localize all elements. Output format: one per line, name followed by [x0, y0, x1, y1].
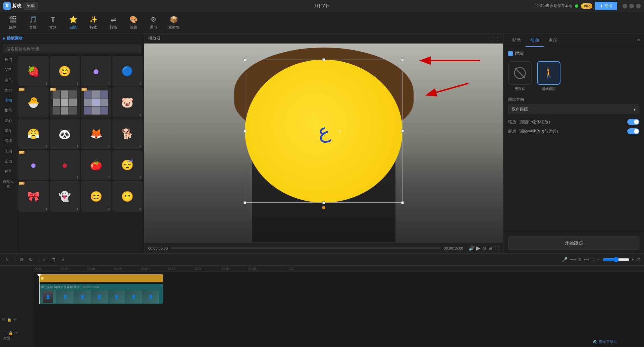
toolbar-assets[interactable]: 📦 素材包 [164, 14, 184, 31]
sticker-item-5[interactable]: VIP 🐣 [18, 87, 49, 118]
sticker-item-2[interactable]: 😊 ⬇ [50, 56, 80, 86]
sticker-download-9[interactable]: ⬇ [45, 145, 48, 148]
video-track-eye[interactable]: 👁 [14, 331, 18, 335]
handle-top-left[interactable] [244, 58, 246, 61]
sticker-item-19[interactable]: 😊 ⬇ [81, 181, 111, 212]
cat-nature[interactable]: 自然元素 [0, 177, 16, 192]
play-button[interactable]: ▶ [476, 245, 480, 251]
zoom-slider[interactable] [603, 257, 630, 262]
tl-tool-2[interactable]: ⊞ [578, 257, 582, 262]
mic-icon[interactable]: 🎤 [562, 257, 568, 262]
fullscreen-icon[interactable]: ⛶ [494, 246, 499, 251]
crop-tool[interactable]: ⊡ [50, 256, 57, 263]
track-option-motion[interactable]: 🚶 运动跟踪 [537, 61, 560, 91]
close-button[interactable]: ✕ [636, 4, 641, 8]
tl-tool-4[interactable]: ⊏ [591, 257, 595, 262]
cat-seed[interactable]: 种草 [0, 166, 16, 176]
cat-love[interactable]: 爱心 [0, 116, 16, 126]
sticker-item-7[interactable]: VIP [81, 87, 111, 118]
aspect-icon[interactable]: ⊞ [488, 246, 492, 251]
video-track-bar[interactable]: 商业金融 国际化 互联网 商务 00:00:15:00 👤 [39, 284, 163, 304]
handle-bottom-middle[interactable] [322, 201, 325, 204]
toolbar-audio[interactable]: 🎵 音频 [23, 14, 43, 31]
progress-bar[interactable] [171, 248, 440, 249]
video-track-lock[interactable]: 🔒 [8, 331, 13, 335]
sticker-item-15[interactable]: 🍅 ⬇ [81, 150, 111, 181]
refresh-icon[interactable]: ↺ [637, 38, 640, 43]
sticker-item-10[interactable]: 🐼 ⬇ [50, 119, 80, 149]
toolbar-adjustment[interactable]: ⚙ 调节 [144, 14, 164, 31]
handle-bottom-right[interactable] [401, 201, 404, 204]
sticker-item-14[interactable]: ● ⬇ [50, 150, 80, 181]
toolbar-effects[interactable]: ✨ 特效 [83, 14, 103, 31]
toolbar-transition[interactable]: ⇌ 转场 [103, 14, 123, 31]
redo-button[interactable]: ↻ [27, 256, 35, 263]
sticker-item-13[interactable]: VIP ● [18, 150, 49, 181]
distance-toggle[interactable] [627, 128, 639, 134]
handle-right-middle[interactable] [401, 130, 404, 132]
sticker-item-11[interactable]: 🦊 ⬇ [81, 119, 111, 149]
sticker-item-18[interactable]: 👻 ⬇ [50, 181, 80, 212]
sticker-item-12[interactable]: 🐕 ⬇ [112, 119, 143, 149]
sticker-download-1[interactable]: ⬇ [45, 82, 48, 85]
sticker-download-3[interactable]: ⬇ [108, 82, 110, 85]
volume-icon[interactable]: 🔊 [469, 246, 474, 251]
sticker-download-2[interactable]: ⬇ [76, 82, 79, 85]
sticker-download-17[interactable]: ⬇ [45, 207, 48, 211]
cat-hot[interactable]: 热门 [0, 55, 16, 65]
no-track-box[interactable] [508, 61, 532, 85]
sticker-download-15[interactable]: ⬇ [108, 176, 110, 179]
sticker-item-4[interactable]: 🔵 ⬇ [112, 56, 143, 86]
cat-emotion[interactable]: 情绪 [0, 136, 16, 146]
toolbar-sticker[interactable]: ⭐ 贴纸 [63, 14, 83, 31]
sticker-download-4[interactable]: ⬇ [139, 82, 142, 85]
mirror-tool[interactable]: ⊿ [59, 256, 66, 263]
track-option-none[interactable]: 无跟踪 [508, 61, 532, 91]
undo-button[interactable]: ↺ [18, 256, 25, 263]
cat-interact[interactable]: 互动 [0, 156, 16, 166]
direction-select[interactable]: 双向跟踪 ▾ [508, 105, 639, 114]
sticker-download-8[interactable]: ⬇ [139, 113, 142, 117]
zoom-in-icon[interactable]: + [632, 257, 634, 262]
playhead[interactable] [39, 274, 40, 304]
toolbar-text[interactable]: T 文本 [43, 14, 63, 31]
maximize-button[interactable]: □ [629, 4, 634, 8]
sticker-track-bar[interactable] [39, 274, 163, 282]
tab-animation[interactable]: 动画 [526, 33, 544, 47]
sticker-download-18[interactable]: ⬇ [76, 207, 79, 211]
cat-winter[interactable]: 寒冬 [0, 126, 16, 136]
split-tool[interactable]: ⌽ [42, 256, 48, 263]
tl-tool-3[interactable]: ⟺ [584, 257, 589, 262]
scale-toggle[interactable] [627, 119, 639, 125]
player-menu-button[interactable]: ⋮⋮ [491, 36, 499, 41]
sticker-item-3[interactable]: ● ⬇ [81, 56, 111, 86]
sticker-download-11[interactable]: ⬇ [108, 145, 110, 148]
sticker-item-9[interactable]: 😤 ⬇ [18, 119, 49, 149]
sticker-download-12[interactable]: ⬇ [139, 145, 142, 148]
zoom-out-icon[interactable]: — [597, 257, 601, 262]
sticker-download-10[interactable]: ⬇ [76, 145, 79, 148]
sticker-item-20[interactable]: 😶 ⬇ [112, 181, 143, 212]
start-tracking-button[interactable]: 开始跟踪 [508, 236, 639, 250]
motion-track-box[interactable]: 🚶 [537, 61, 560, 85]
handle-left-middle[interactable] [244, 130, 246, 132]
tab-tracking[interactable]: 跟踪 [544, 33, 562, 47]
toolbar-media[interactable]: 🎬 媒体 [3, 14, 23, 31]
lock-track-icon[interactable]: 🔒 [7, 318, 12, 322]
sticker-item-1[interactable]: 🍓 ⬇ [18, 56, 49, 86]
cat-vip[interactable]: VIP [0, 65, 16, 75]
tl-tool-1[interactable]: ⊢⊣ [570, 257, 576, 262]
sticker-item-16[interactable]: 😴 ⬇ [112, 150, 143, 181]
eye-track-icon[interactable]: 👁 [13, 318, 17, 322]
handle-eye[interactable] [322, 206, 325, 209]
cat-gesture[interactable]: 指示 [0, 105, 16, 115]
sticker-search-input[interactable] [3, 45, 141, 53]
vip-badge[interactable]: VIP [581, 3, 592, 9]
cat-spring[interactable]: 春节 [0, 75, 16, 85]
menu-button[interactable]: 菜单 [23, 2, 38, 10]
sticker-item-6[interactable]: VIP [50, 87, 80, 118]
cat-flash[interactable]: 闪闪 [0, 146, 16, 156]
sticker-download-14[interactable]: ⬇ [76, 176, 79, 179]
minimize-button[interactable]: — [623, 4, 627, 8]
clock-icon[interactable]: ⏱ [636, 257, 641, 262]
